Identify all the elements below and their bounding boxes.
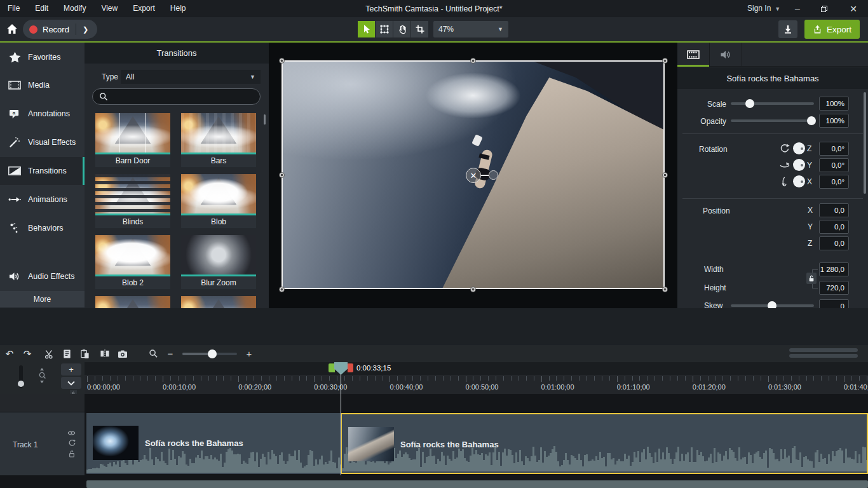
menu-edit[interactable]: Edit — [27, 0, 56, 17]
download-button[interactable] — [778, 20, 797, 38]
selection-handle[interactable] — [279, 172, 285, 178]
menu-export[interactable]: Export — [125, 0, 163, 17]
selection-handle[interactable] — [662, 58, 668, 64]
sidebar-item-audio-effects[interactable]: Audio Effects — [0, 262, 85, 290]
canvas-zoom-dropdown[interactable]: 47% ▼ — [433, 21, 508, 37]
collapse-tracks-button[interactable] — [61, 377, 81, 389]
restore-button[interactable] — [813, 0, 835, 17]
sidebar-item-behaviors[interactable]: Behaviors — [0, 214, 85, 242]
sidebar-item-media[interactable]: Media — [0, 71, 85, 99]
transition-blinds[interactable]: Blinds — [95, 174, 170, 228]
sidebar-more-button[interactable]: More — [0, 291, 85, 307]
select-tool-button[interactable] — [358, 21, 375, 37]
selection-handle[interactable] — [662, 287, 668, 292]
scale-slider[interactable] — [731, 102, 814, 105]
position-y-value[interactable]: 0,0 — [819, 220, 849, 234]
selection-handle[interactable] — [279, 58, 285, 64]
position-x-value[interactable]: 0,0 — [819, 203, 849, 217]
tab-audio-properties[interactable] — [710, 43, 742, 67]
height-value[interactable]: 720,0 — [819, 281, 849, 295]
position-z-value[interactable]: 0,0 — [819, 236, 849, 250]
rotation-y-knob[interactable] — [793, 159, 805, 171]
rotation-y-value[interactable]: 0,0° — [819, 158, 849, 172]
timeline-resize-grip[interactable] — [789, 348, 858, 360]
rotation-z-knob[interactable] — [793, 142, 805, 154]
transition-blob-2[interactable]: Blob 2 — [95, 235, 170, 289]
search-input[interactable] — [112, 92, 254, 101]
selection-anchor-control[interactable]: ✕ — [466, 168, 481, 183]
rotation-x-knob[interactable] — [793, 175, 805, 187]
properties-scrollbar[interactable] — [864, 92, 866, 194]
sidebar-item-transitions[interactable]: Transitions — [0, 157, 85, 185]
edit-tool-button[interactable] — [376, 21, 393, 37]
timeline-horizontal-scrollbar[interactable] — [86, 480, 868, 488]
undo-button[interactable]: ↶ — [1, 347, 18, 361]
copy-button[interactable] — [58, 347, 75, 361]
export-button[interactable]: Export — [804, 20, 860, 39]
transitions-scrollbar[interactable] — [264, 114, 266, 125]
tab-visual-properties[interactable] — [677, 43, 710, 67]
skew-slider[interactable] — [731, 304, 814, 307]
scale-value[interactable]: 100% — [819, 97, 849, 111]
redo-button[interactable]: ↷ — [19, 347, 36, 361]
rotation-z-value[interactable]: 0,0° — [819, 142, 849, 156]
selection-rotate-handle[interactable] — [489, 170, 498, 180]
lock-aspect-icon[interactable] — [806, 273, 817, 284]
width-value[interactable]: 1 280,0 — [819, 262, 849, 276]
zoom-out-button[interactable]: − — [165, 348, 176, 359]
type-dropdown[interactable]: All ▼ — [121, 70, 261, 84]
rotate-x-icon[interactable] — [779, 176, 790, 187]
minimize-button[interactable]: – — [787, 0, 808, 17]
timeline-ruler[interactable]: 0:00:00;000:00:10;000:00:20;000:00:30;00… — [85, 375, 868, 394]
track-loop-icon[interactable] — [68, 439, 76, 447]
crop-tool-button[interactable] — [411, 21, 428, 37]
selection-out-handle[interactable] — [348, 363, 353, 372]
rotate-z-icon[interactable] — [779, 143, 790, 154]
selection-handle[interactable] — [662, 172, 668, 178]
zoom-in-button[interactable]: + — [243, 348, 255, 359]
track-visibility-icon[interactable] — [67, 430, 76, 436]
transition-partial[interactable] — [181, 296, 256, 308]
record-button[interactable]: Record ❯ — [23, 20, 97, 39]
selection-handle[interactable] — [470, 287, 476, 292]
track-lock-icon[interactable] — [69, 450, 75, 458]
sign-in-button[interactable]: Sign In▼ — [747, 0, 780, 17]
rotate-y-icon[interactable] — [779, 159, 790, 171]
track-height-slider[interactable] — [19, 365, 23, 388]
add-track-button[interactable]: + — [61, 363, 81, 376]
playhead-line[interactable] — [341, 374, 341, 475]
timeline-clip-1[interactable]: Sofía rocks the Bahamas — [86, 413, 341, 474]
transition-blob[interactable]: Blob — [181, 174, 256, 228]
search-box[interactable] — [92, 88, 261, 105]
screenshot-button[interactable] — [114, 347, 131, 361]
timeline-zoom-slider[interactable] — [182, 353, 237, 355]
menu-modify[interactable]: Modify — [56, 0, 93, 17]
cut-button[interactable] — [41, 347, 57, 361]
skew-value[interactable]: 0 — [819, 299, 849, 308]
selection-handle[interactable] — [470, 58, 476, 64]
selection-handle[interactable] — [279, 287, 285, 292]
menu-file[interactable]: File — [0, 0, 27, 17]
transition-barn-door[interactable]: Barn Door — [95, 113, 170, 167]
opacity-slider[interactable] — [731, 119, 814, 122]
sidebar-item-favorites[interactable]: Favorites — [0, 43, 85, 71]
sidebar-item-animations[interactable]: Animations — [0, 186, 85, 214]
selection-in-handle[interactable] — [329, 363, 335, 372]
pan-tool-button[interactable] — [393, 21, 410, 37]
zoom-fit-icon[interactable] — [37, 367, 47, 384]
sidebar-item-visual-effects[interactable]: Visual Effects — [0, 128, 85, 156]
sidebar-item-annotations[interactable]: aAnnotations — [0, 100, 85, 128]
transition-partial[interactable] — [95, 296, 170, 308]
transition-blur-zoom[interactable]: Blur Zoom — [181, 235, 256, 289]
menu-help[interactable]: Help — [163, 0, 194, 17]
record-options-chevron[interactable]: ❯ — [76, 25, 95, 34]
transition-bars[interactable]: Bars — [181, 113, 256, 167]
paste-button[interactable] — [76, 347, 93, 361]
close-button[interactable]: ✕ — [843, 0, 864, 17]
rotation-x-value[interactable]: 0,0° — [819, 175, 849, 189]
menu-view[interactable]: View — [93, 0, 125, 17]
home-button[interactable] — [4, 20, 20, 38]
split-button[interactable] — [97, 347, 113, 361]
timeline-marker-strip[interactable] — [85, 362, 868, 375]
timeline-clip-2-selected[interactable]: Sofía rocks the Bahamas — [341, 413, 868, 474]
